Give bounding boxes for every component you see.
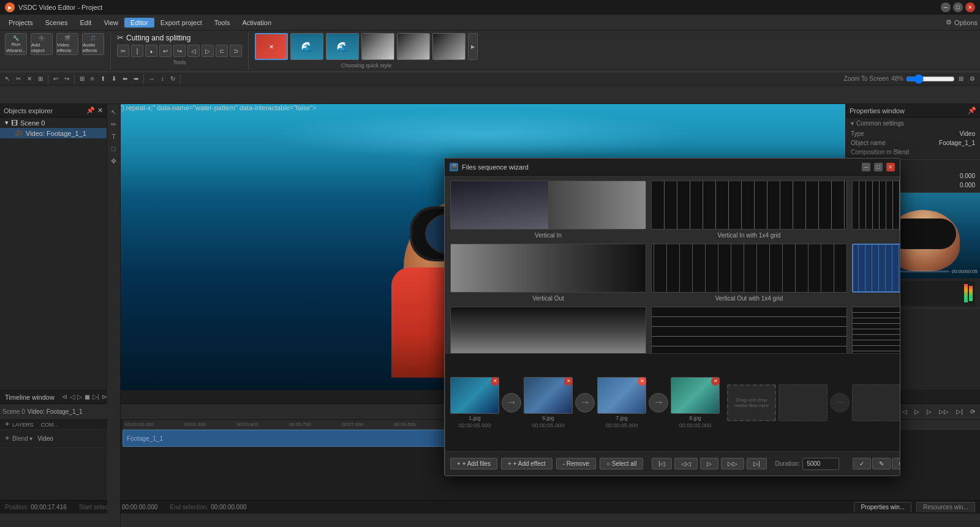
close-button[interactable]: ✕ <box>965 2 975 12</box>
step-back-button[interactable]: ◁ <box>900 406 910 417</box>
tl-prev-button[interactable]: ◁ <box>70 393 75 401</box>
vtool-text[interactable]: T <box>108 131 119 142</box>
tree-item-scene[interactable]: ▾ 🎞 Scene 0 <box>0 118 107 128</box>
move-right-button[interactable]: ➡ <box>131 73 141 84</box>
cut-tool-4[interactable]: ↩ <box>159 45 172 57</box>
blend-mode-selector[interactable]: Blend ▾ <box>12 435 32 442</box>
rotate-button[interactable]: ↻ <box>168 73 178 84</box>
edit-button[interactable]: ✎ <box>872 458 891 469</box>
more-styles-button[interactable]: ▶ <box>468 33 478 60</box>
loop-button[interactable]: ⟳ <box>968 406 978 417</box>
prev-button[interactable]: ◁◁ <box>674 458 698 469</box>
layout-button[interactable]: ⊞ <box>956 73 966 84</box>
grid-button[interactable]: ⊞ <box>77 73 87 84</box>
eye-blend-icon[interactable]: 👁 <box>5 436 10 441</box>
redo-button[interactable]: ↪ <box>62 73 72 84</box>
first-button[interactable]: |◁ <box>652 458 672 469</box>
filmstrip-thumb-6[interactable]: ✕ <box>524 377 573 414</box>
cut-tool-9[interactable]: ⊃ <box>230 45 242 57</box>
step-forward-button[interactable]: ▷ <box>924 406 934 417</box>
tl-stop-button[interactable]: ◼ <box>85 393 90 401</box>
undo-button[interactable]: ↩ <box>51 73 61 84</box>
remove-all-thumb[interactable]: ✕ <box>255 33 288 60</box>
drag-drop-zone[interactable]: Drag and drop media files here <box>727 384 776 421</box>
delete-button[interactable]: ✕ <box>24 73 34 84</box>
select-all-button[interactable]: ⊞ <box>36 73 45 84</box>
bottom-tab-properties[interactable]: Properties win... <box>854 502 911 512</box>
bottom-tab-resources[interactable]: Resources win... <box>916 502 975 512</box>
pin-properties-icon[interactable]: 📌 <box>968 107 976 114</box>
grayscale-1-thumb[interactable] <box>361 33 394 60</box>
menu-scenes[interactable]: Scenes <box>39 18 74 28</box>
cut-tool-5[interactable]: ↪ <box>173 45 186 57</box>
menu-view[interactable]: View <box>97 18 124 28</box>
cut-tool-2[interactable]: | <box>131 45 143 57</box>
move-up-button[interactable]: ⬆ <box>98 73 108 84</box>
thumb-vertical-out[interactable]: Vertical Out <box>450 244 646 302</box>
vtool-shape[interactable]: □ <box>108 143 119 154</box>
add-files-button[interactable]: + + Add files <box>450 458 497 469</box>
tl-play-button[interactable]: ▷ <box>77 393 82 401</box>
wizard-maximize-button[interactable]: □ <box>874 163 883 171</box>
cut-tool-3[interactable]: ⬧ <box>145 45 157 57</box>
pin-icon[interactable]: 📌 <box>86 107 95 114</box>
menu-projects[interactable]: Projects <box>2 18 39 28</box>
add-effect-button[interactable]: + + Add effect <box>501 458 552 469</box>
grayscale-3-thumb[interactable] <box>432 33 466 60</box>
play-forward-button[interactable]: ▷▷ <box>937 406 951 417</box>
options-button[interactable]: ⚙ Options <box>946 18 978 26</box>
vtool-draw[interactable]: ✏ <box>108 119 119 130</box>
move-left-button[interactable]: ⬅ <box>120 73 130 84</box>
settings-button[interactable]: ⚙ <box>967 73 978 84</box>
maximize-button[interactable]: □ <box>953 2 963 12</box>
menu-export[interactable]: Export project <box>154 18 208 28</box>
remove-7-button[interactable]: ✕ <box>638 377 646 386</box>
filmstrip-thumb-8[interactable]: ✕ <box>671 377 720 414</box>
minimize-button[interactable]: ─ <box>941 2 951 12</box>
remove-6-button[interactable]: ✕ <box>564 377 573 386</box>
remove-1-button[interactable]: ✕ <box>491 377 499 386</box>
checkmark-button[interactable]: ✓ <box>853 458 871 469</box>
auto-levels-thumb[interactable]: 🌊 <box>290 33 323 60</box>
close-explorer-button[interactable]: ✕ <box>97 107 103 114</box>
thumb-horizontal-in-8x1[interactable]: Horizontal In with 8x1 grid <box>852 307 900 353</box>
menu-editor[interactable]: Editor <box>124 18 154 28</box>
remove-button[interactable]: - Remove <box>556 458 596 469</box>
vtool-move[interactable]: ✥ <box>108 155 119 166</box>
cut-tool-1[interactable]: ✂ <box>117 45 129 57</box>
filmstrip-thumb-7[interactable]: ✕ <box>597 377 646 414</box>
flip-h-button[interactable]: ↔ <box>146 73 157 84</box>
auto-contrast-thumb[interactable]: 🌊 <box>326 33 359 60</box>
audio-effects-button[interactable]: 🎵 Audio effects <box>82 33 104 55</box>
menu-edit[interactable]: Edit <box>74 18 97 28</box>
zoom-slider[interactable] <box>906 75 955 83</box>
tl-end-button[interactable]: ⊳ <box>102 393 107 401</box>
tree-item-video[interactable]: 🎥 Video: Footage_1_1 <box>0 128 107 138</box>
thumb-vertical-out-1x8[interactable]: Vertical Out with 1x8 grid <box>852 244 900 302</box>
filmstrip-thumb-1[interactable]: ✕ <box>450 377 499 414</box>
flip-v-button[interactable]: ↕ <box>159 73 167 84</box>
tl-next-button[interactable]: ▷| <box>92 393 99 401</box>
menu-activation[interactable]: Activation <box>236 18 277 28</box>
thumb-horizontal-in-4x1[interactable]: Horizontal In with 4x1 grid <box>651 307 847 353</box>
cut-button[interactable]: ✂ <box>13 73 23 84</box>
thumb-vertical-out-1x4[interactable]: Vertical Out with 1x4 grid <box>651 244 847 302</box>
wizard-close-button[interactable]: ✕ <box>886 163 895 171</box>
align-button[interactable]: ≡ <box>88 73 97 84</box>
grayscale-2-thumb[interactable] <box>397 33 430 60</box>
duration-input[interactable] <box>802 458 839 470</box>
move-down-button[interactable]: ⬇ <box>109 73 119 84</box>
remove-8-button[interactable]: ✕ <box>711 377 720 386</box>
cut-tool-7[interactable]: ▷ <box>202 45 214 57</box>
tl-back-button[interactable]: ⊲ <box>62 393 67 401</box>
menu-tools[interactable]: Tools <box>208 18 236 28</box>
add-object-button[interactable]: ➕ Add object <box>31 33 53 55</box>
cut-tool-8[interactable]: ⊂ <box>216 45 228 57</box>
next-frame-button[interactable]: ▷| <box>954 406 965 417</box>
eye-icon[interactable]: 👁 <box>5 422 10 427</box>
cut-tool-6[interactable]: ◁ <box>187 45 200 57</box>
last-button[interactable]: ▷| <box>747 458 767 469</box>
cursor-tool-button[interactable]: ↖ <box>2 73 12 84</box>
video-effects-button[interactable]: 🎬 Video effects <box>56 33 78 55</box>
vtool-cursor[interactable]: ↖ <box>108 107 119 118</box>
